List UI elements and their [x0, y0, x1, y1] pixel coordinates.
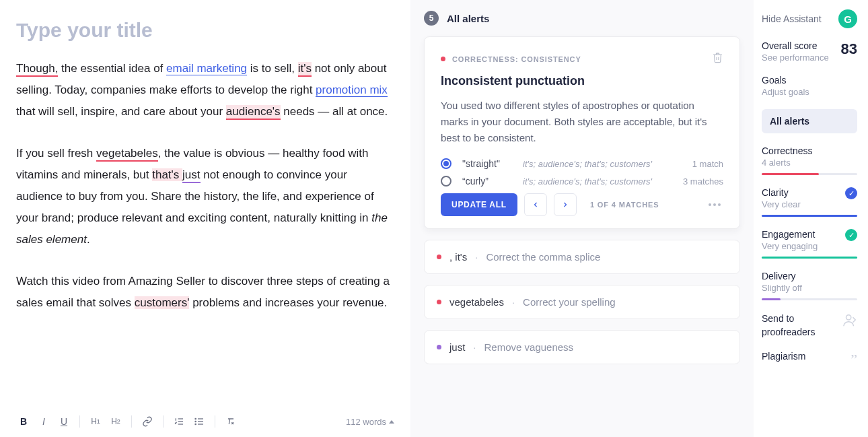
category-dot-icon	[437, 300, 441, 304]
alerts-header-label: All alerts	[447, 13, 489, 24]
link-button[interactable]	[140, 414, 155, 429]
svg-point-8	[195, 424, 196, 424]
word-count[interactable]: 112 words	[346, 417, 394, 427]
assistant-sidebar: Hide Assistant G Overall score See perfo…	[754, 0, 868, 437]
card-description: You used two different styles of apostro…	[441, 98, 723, 146]
error-audiences[interactable]: audience's	[226, 105, 281, 120]
paragraph-2: If you sell fresh vegetabeles, the value…	[16, 143, 394, 250]
error-vegetabeles[interactable]: vegetabeles	[96, 147, 158, 162]
option-label: “curly”	[462, 176, 516, 187]
bullet-list-button[interactable]	[192, 414, 207, 429]
category-dot-icon	[441, 57, 445, 61]
editor-toolbar: B I U H1 H2 112 words	[16, 414, 394, 429]
link-promotion-mix[interactable]: promotion mix	[316, 83, 388, 97]
check-icon: ✓	[845, 187, 857, 199]
error-its[interactable]: it's	[298, 62, 312, 77]
category-sublabel: Slightly off	[762, 283, 857, 293]
proofreaders-label: Send to proofreaders	[762, 312, 829, 339]
category-dot-icon	[437, 255, 441, 259]
bold-button[interactable]: B	[16, 414, 31, 429]
more-options-button[interactable]	[706, 201, 723, 209]
brand-logo-icon[interactable]: G	[838, 9, 857, 28]
option-straight[interactable]: "straight" it's; audience's; that's; cus…	[441, 158, 723, 169]
toolbar-separator	[79, 415, 80, 428]
category-label: Correctness	[762, 145, 857, 156]
alert-message: Correct the comma splice	[486, 251, 600, 263]
send-to-proofreaders-button[interactable]: Send to proofreaders	[762, 312, 857, 339]
card-eyebrow: CORRECTNESS: CONSISTENCY	[452, 55, 581, 63]
alerts-column: 5 All alerts CORRECTNESS: CONSISTENCY In…	[410, 0, 754, 437]
category-dot-icon	[437, 345, 441, 349]
svg-point-7	[195, 421, 196, 422]
dismiss-alert-button[interactable]	[712, 52, 723, 66]
category-sublabel: 4 alerts	[762, 158, 857, 168]
alerts-count-badge: 5	[424, 11, 439, 26]
goals-label: Goals	[762, 75, 857, 86]
all-alerts-filter[interactable]: All alerts	[762, 109, 857, 133]
category-label: Delivery	[762, 271, 857, 281]
prev-match-button[interactable]	[524, 193, 547, 216]
category-clarity[interactable]: Clarity Very clear ✓	[762, 187, 857, 217]
paragraph-1: Though, the essential idea of email mark…	[16, 58, 394, 123]
update-all-button[interactable]: UPDATE ALL	[441, 193, 517, 216]
alert-message: Correct your spelling	[523, 296, 616, 308]
category-correctness[interactable]: Correctness 4 alerts	[762, 145, 857, 175]
expand-icon	[389, 420, 394, 424]
alert-item-vagueness[interactable]: just · Remove vagueness	[424, 330, 740, 364]
check-icon: ✓	[845, 229, 857, 241]
alert-word: just	[449, 341, 465, 353]
category-label: Engagement	[762, 229, 818, 240]
h2-button[interactable]: H2	[108, 414, 123, 429]
category-sublabel: Very clear	[762, 199, 801, 209]
card-actions: UPDATE ALL 1 OF 4 MATCHES	[441, 193, 723, 216]
link-email-marketing[interactable]: email marketing	[166, 62, 247, 75]
alert-item-spelling[interactable]: vegetabeles · Correct your spelling	[424, 285, 740, 319]
h1-button[interactable]: H1	[88, 414, 103, 429]
plagiarism-button[interactable]: Plagiarism ”	[762, 351, 857, 368]
option-curly[interactable]: “curly” it's; audience's; that's; custom…	[441, 176, 723, 187]
meter-icon	[762, 173, 857, 175]
plagiarism-label: Plagiarism	[762, 351, 805, 362]
numbered-list-button[interactable]	[172, 414, 186, 429]
goals-sublabel: Adjust goals	[762, 87, 857, 97]
category-delivery[interactable]: Delivery Slightly off	[762, 271, 857, 300]
option-examples: it's; audience's; that's; customers'	[523, 159, 686, 169]
alerts-header: 5 All alerts	[424, 11, 740, 26]
quote-icon: ”	[851, 351, 857, 368]
match-position-label: 1 OF 4 MATCHES	[590, 201, 659, 209]
category-sublabel: Very engaging	[762, 241, 818, 251]
option-examples: it's; audience's; that's; customers'	[523, 176, 676, 187]
error-customers[interactable]: customers'	[135, 296, 190, 309]
clear-format-button[interactable]	[223, 414, 238, 429]
editor-column: Type your title Though, the essential id…	[0, 0, 410, 437]
editor-body[interactable]: Though, the essential idea of email mark…	[16, 58, 394, 314]
score-sublabel: See performance	[762, 53, 829, 63]
meter-icon	[762, 215, 857, 217]
alert-item-comma-splice[interactable]: , it's · Correct the comma splice	[424, 240, 740, 274]
alert-word: vegetabeles	[449, 296, 504, 308]
toolbar-separator	[215, 415, 215, 428]
goals-button[interactable]: Goals Adjust goals	[762, 75, 857, 97]
next-match-button[interactable]	[554, 193, 577, 216]
category-label: Clarity	[762, 187, 801, 198]
paragraph-3: Watch this video from Amazing Seller to …	[16, 271, 394, 314]
radio-icon	[441, 158, 451, 169]
alert-word: , it's	[449, 251, 467, 263]
card-title: Inconsistent punctuation	[441, 74, 723, 88]
alert-card-consistency: CORRECTNESS: CONSISTENCY Inconsistent pu…	[424, 36, 740, 229]
italic-button[interactable]: I	[36, 414, 51, 429]
toolbar-separator	[163, 415, 164, 428]
option-match-count: 1 match	[692, 159, 723, 169]
hide-assistant-button[interactable]: Hide Assistant	[762, 13, 822, 24]
error-just[interactable]: just	[182, 168, 200, 183]
category-engagement[interactable]: Engagement Very engaging ✓	[762, 229, 857, 259]
svg-point-6	[195, 418, 196, 419]
error-though[interactable]: Though,	[16, 62, 58, 77]
underline-button[interactable]: U	[57, 414, 71, 429]
title-input[interactable]: Type your title	[16, 19, 394, 42]
person-icon	[842, 312, 857, 329]
overall-score-button[interactable]: Overall score See performance 83	[762, 40, 857, 63]
option-match-count: 3 matches	[683, 176, 723, 187]
error-thats[interactable]: that's	[152, 168, 182, 181]
svg-point-9	[846, 315, 851, 320]
